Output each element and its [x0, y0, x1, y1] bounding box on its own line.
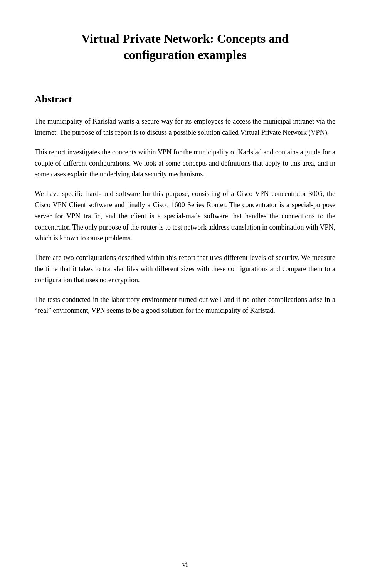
main-title: Virtual Private Network: Concepts and co…	[35, 31, 335, 63]
page-number: vi	[0, 561, 370, 569]
abstract-paragraph-1: The municipality of Karlstad wants a sec…	[35, 116, 335, 138]
abstract-paragraph-2: This report investigates the concepts wi…	[35, 147, 335, 180]
abstract-heading: Abstract	[35, 94, 335, 105]
page: Virtual Private Network: Concepts and co…	[0, 0, 370, 588]
abstract-paragraph-3: We have specific hard- and software for …	[35, 188, 335, 244]
abstract-paragraph-5: The tests conducted in the laboratory en…	[35, 294, 335, 317]
title-line2: configuration examples	[123, 48, 246, 62]
abstract-paragraph-4: There are two configurations described w…	[35, 252, 335, 285]
abstract-section: Abstract The municipality of Karlstad wa…	[35, 94, 335, 316]
title-line1: Virtual Private Network: Concepts and	[81, 32, 288, 45]
title-section: Virtual Private Network: Concepts and co…	[35, 31, 335, 63]
